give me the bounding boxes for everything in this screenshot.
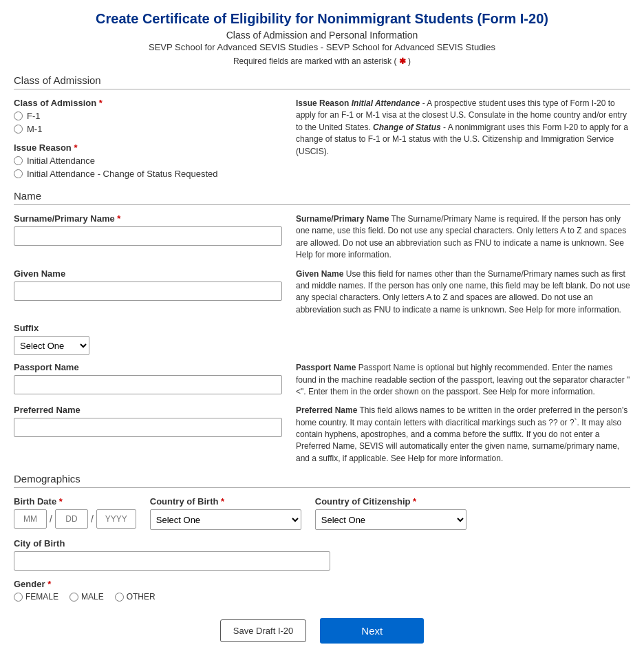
suffix-label: Suffix [14, 323, 282, 333]
birth-date-group: / / [14, 509, 136, 529]
slash-1: / [50, 513, 52, 524]
radio-f1[interactable]: F-1 [14, 111, 282, 121]
female-label: FEMALE [25, 592, 58, 602]
class-of-admission-label: Class of Admission * [14, 98, 282, 108]
passport-name-input[interactable] [14, 375, 282, 394]
birth-date-field: Birth Date * / / [14, 496, 136, 529]
radio-m1[interactable]: M-1 [14, 124, 282, 134]
name-section-header: Name [14, 190, 630, 205]
f1-label: F-1 [27, 111, 41, 121]
next-button[interactable]: Next [320, 618, 424, 644]
required-asterisk: ✱ [399, 56, 406, 66]
demographics-section-header: Demographics [14, 473, 630, 488]
class-of-admission-section-header: Class of Admission [14, 74, 630, 89]
suffix-select[interactable]: Select One Jr. Sr. II III IV [14, 336, 89, 355]
required-note: Required fields are marked with an aster… [14, 56, 630, 66]
birth-date-label: Birth Date * [14, 496, 136, 507]
initial-attendance-change-label: Initial Attendance - Change of Status Re… [27, 169, 218, 179]
page-subtitle: Class of Admission and Personal Informat… [14, 30, 630, 41]
country-of-citizenship-label: Country of Citizenship * [315, 496, 466, 507]
country-of-citizenship-field: Country of Citizenship * Select One [315, 496, 466, 530]
radio-initial-attendance-change[interactable]: Initial Attendance - Change of Status Re… [14, 169, 282, 179]
given-name-input[interactable] [14, 282, 282, 301]
country-of-birth-select[interactable]: Select One [150, 509, 301, 530]
male-label: MALE [81, 592, 104, 602]
suffix-help-empty [296, 323, 630, 355]
issue-reason-radio-group: Initial Attendance Initial Attendance - … [14, 156, 282, 179]
given-name-help: Given Name Use this field for names othe… [296, 268, 630, 317]
gender-radio-group: FEMALE MALE OTHER [14, 592, 630, 602]
surname-help: Surname/Primary Name The Surname/Primary… [296, 213, 630, 262]
issue-reason-label: Issue Reason * [14, 142, 282, 153]
issue-reason-help: Issue Reason Initial Attendance - A pros… [296, 98, 630, 182]
demographics-top-row: Birth Date * / / Country of Birth * Sele… [14, 496, 630, 530]
m1-label: M-1 [27, 124, 42, 134]
surname-label: Surname/Primary Name * [14, 213, 282, 224]
initial-attendance-label: Initial Attendance [27, 156, 95, 166]
gender-male[interactable]: MALE [69, 592, 104, 602]
passport-name-help: Passport Name Passport Name is optional … [296, 362, 630, 398]
class-of-admission-radio-group: F-1 M-1 [14, 111, 282, 134]
other-label: OTHER [127, 592, 155, 602]
passport-name-label: Passport Name [14, 362, 282, 372]
country-of-citizenship-select[interactable]: Select One [315, 509, 466, 530]
city-of-birth-label: City of Birth [14, 538, 630, 549]
gender-other[interactable]: OTHER [115, 592, 155, 602]
city-of-birth-input[interactable] [14, 551, 330, 571]
birth-year-input[interactable] [96, 509, 136, 529]
radio-initial-attendance[interactable]: Initial Attendance [14, 156, 282, 166]
save-draft-button[interactable]: Save Draft I-20 [220, 619, 306, 642]
preferred-name-help: Preferred Name This field allows names t… [296, 405, 630, 465]
surname-input[interactable] [14, 226, 282, 246]
gender-field: Gender * FEMALE MALE OTHER [14, 579, 630, 602]
slash-2: / [91, 513, 94, 524]
gender-label: Gender * [14, 579, 630, 589]
birth-month-input[interactable] [14, 509, 47, 529]
country-of-birth-field: Country of Birth * Select One [150, 496, 301, 530]
school-name: SEVP School for Advanced SEVIS Studies -… [14, 42, 630, 52]
preferred-name-input[interactable] [14, 418, 282, 437]
given-name-label: Given Name [14, 268, 282, 279]
preferred-name-label: Preferred Name [14, 405, 282, 415]
gender-female[interactable]: FEMALE [14, 592, 58, 602]
birth-day-input[interactable] [55, 509, 88, 529]
button-row: Save Draft I-20 Next [14, 618, 630, 650]
city-of-birth-field: City of Birth [14, 538, 630, 571]
issue-reason-help-label: Issue Reason [296, 98, 349, 108]
country-of-birth-label: Country of Birth * [150, 496, 301, 507]
page-title: Create Certificate of Eligibility for No… [14, 11, 630, 27]
